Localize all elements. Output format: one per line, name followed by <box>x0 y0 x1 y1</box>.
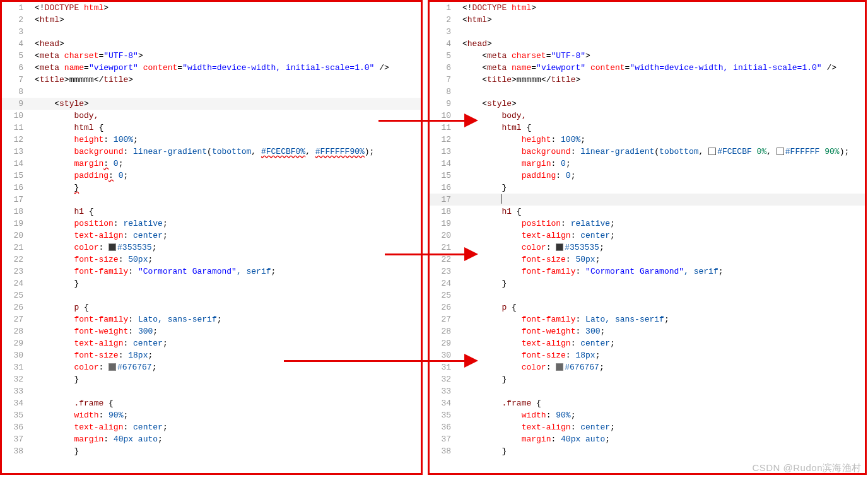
code-content[interactable]: text-align: center; <box>32 230 421 242</box>
code-line[interactable]: 24 } <box>430 277 865 289</box>
code-content[interactable]: <html> <box>460 14 865 26</box>
code-line[interactable]: 3 <box>2 26 421 38</box>
code-content[interactable] <box>460 385 865 397</box>
code-line[interactable]: 30 font-size: 18px; <box>430 349 865 361</box>
code-content[interactable]: font-family: "Cormorant Garamond", serif… <box>460 265 865 277</box>
code-line[interactable]: 27 font-family: Lato, sans-serif; <box>2 313 421 325</box>
code-content[interactable]: p { <box>460 301 865 313</box>
code-content[interactable]: margin: 40px auto; <box>460 433 865 445</box>
code-line[interactable]: 11 html { <box>2 122 421 134</box>
code-line[interactable]: 26 p { <box>2 301 421 313</box>
code-content[interactable]: font-weight: 300; <box>460 325 865 337</box>
code-line[interactable]: 7 <title>mmmmm</title> <box>430 74 865 86</box>
code-content[interactable]: width: 90%; <box>460 409 865 421</box>
code-line[interactable]: 17 <box>430 194 865 206</box>
code-content[interactable]: position: relative; <box>460 218 865 230</box>
code-content[interactable]: } <box>32 182 421 194</box>
code-line[interactable]: 32 } <box>430 373 865 385</box>
code-content[interactable]: <meta name="viewport" content="width=dev… <box>32 62 421 74</box>
code-line[interactable]: 36 text-align: center; <box>430 421 865 433</box>
code-content[interactable] <box>460 194 865 206</box>
code-line[interactable]: 23 font-family: "Cormorant Garamond", se… <box>2 265 421 277</box>
code-line[interactable]: 16 } <box>2 182 421 194</box>
code-content[interactable]: text-align: center; <box>32 337 421 349</box>
code-content[interactable]: html { <box>460 122 865 134</box>
code-content[interactable] <box>460 86 865 98</box>
code-line[interactable]: 28 font-weight: 300; <box>2 325 421 337</box>
code-line[interactable]: 30 font-size: 18px; <box>2 349 421 361</box>
code-content[interactable]: <title>mmmmm</title> <box>32 74 421 86</box>
code-line[interactable]: 16 } <box>430 182 865 194</box>
code-content[interactable]: <!DOCTYPE html> <box>32 2 421 14</box>
code-line[interactable]: 34 .frame { <box>430 397 865 409</box>
code-line[interactable]: 8 <box>2 86 421 98</box>
code-content[interactable]: } <box>460 277 865 289</box>
code-content[interactable] <box>460 26 865 38</box>
code-content[interactable]: font-size: 50px; <box>460 254 865 265</box>
code-line[interactable]: 34 .frame { <box>2 397 421 409</box>
code-line[interactable]: 18 h1 { <box>2 206 421 218</box>
code-content[interactable]: text-align: center; <box>460 337 865 349</box>
code-content[interactable] <box>32 194 421 206</box>
code-content[interactable] <box>460 289 865 301</box>
code-line[interactable]: 13 background: linear-gradient(tobottom,… <box>430 146 865 158</box>
code-line[interactable]: 20 text-align: center; <box>2 230 421 242</box>
code-line[interactable]: 14 margin: 0; <box>430 158 865 170</box>
code-line[interactable]: 18 h1 { <box>430 206 865 218</box>
code-line[interactable]: 36 text-align: center; <box>2 421 421 433</box>
code-line[interactable]: 29 text-align: center; <box>2 337 421 349</box>
code-content[interactable]: h1 { <box>32 206 421 218</box>
code-content[interactable]: color: #353535; <box>32 242 421 254</box>
code-content[interactable]: } <box>32 445 421 457</box>
code-line[interactable]: 4<head> <box>430 38 865 50</box>
code-line[interactable]: 13 background: linear-gradient(tobottom,… <box>2 146 421 158</box>
code-line[interactable]: 25 <box>430 289 865 301</box>
code-content[interactable]: } <box>460 373 865 385</box>
code-line[interactable]: 38 } <box>430 445 865 457</box>
code-line[interactable]: 17 <box>2 194 421 206</box>
code-line[interactable]: 37 margin: 40px auto; <box>2 433 421 445</box>
code-content[interactable]: padding: 0; <box>32 170 421 182</box>
code-content[interactable]: color: #676767; <box>32 361 421 373</box>
code-line[interactable]: 4<head> <box>2 38 421 50</box>
code-content[interactable]: margin: 0; <box>460 158 865 170</box>
code-line[interactable]: 9 <style> <box>2 98 421 110</box>
code-content[interactable]: <!DOCTYPE html> <box>460 2 865 14</box>
code-content[interactable]: font-size: 50px; <box>32 254 421 265</box>
code-line[interactable]: 37 margin: 40px auto; <box>430 433 865 445</box>
code-line[interactable]: 2<html> <box>430 14 865 26</box>
code-line[interactable]: 6 <meta name="viewport" content="width=d… <box>430 62 865 74</box>
code-content[interactable]: font-family: Lato, sans-serif; <box>460 313 865 325</box>
code-content[interactable]: text-align: center; <box>460 421 865 433</box>
code-content[interactable]: height: 100%; <box>32 134 421 146</box>
code-line[interactable]: 14 margin: 0; <box>2 158 421 170</box>
code-line[interactable]: 5 <meta charset="UTF-8"> <box>430 50 865 62</box>
code-line[interactable]: 3 <box>430 26 865 38</box>
code-content[interactable] <box>32 289 421 301</box>
code-content[interactable]: <meta charset="UTF-8"> <box>32 50 421 62</box>
code-line[interactable]: 19 position: relative; <box>430 218 865 230</box>
code-content[interactable]: height: 100%; <box>460 134 865 146</box>
code-line[interactable]: 12 height: 100%; <box>2 134 421 146</box>
code-content[interactable]: p { <box>32 301 421 313</box>
code-line[interactable]: 21 color: #353535; <box>2 242 421 254</box>
code-line[interactable]: 26 p { <box>430 301 865 313</box>
code-line[interactable]: 21 color: #353535; <box>430 242 865 254</box>
code-content[interactable] <box>32 26 421 38</box>
code-line[interactable]: 27 font-family: Lato, sans-serif; <box>430 313 865 325</box>
code-line[interactable]: 1<!DOCTYPE html> <box>2 2 421 14</box>
code-content[interactable]: body, <box>32 110 421 122</box>
code-content[interactable]: <style> <box>460 98 865 110</box>
code-line[interactable]: 20 text-align: center; <box>430 230 865 242</box>
code-content[interactable]: } <box>32 373 421 385</box>
code-line[interactable]: 31 color: #676767; <box>2 361 421 373</box>
code-content[interactable]: background: linear-gradient(tobottom, #F… <box>460 146 865 158</box>
code-line[interactable]: 33 <box>2 385 421 397</box>
code-line[interactable]: 10 body, <box>430 110 865 122</box>
code-content[interactable] <box>32 86 421 98</box>
code-content[interactable]: } <box>32 277 421 289</box>
code-line[interactable]: 12 height: 100%; <box>430 134 865 146</box>
code-line[interactable]: 11 html { <box>430 122 865 134</box>
code-line[interactable]: 28 font-weight: 300; <box>430 325 865 337</box>
code-content[interactable]: position: relative; <box>32 218 421 230</box>
